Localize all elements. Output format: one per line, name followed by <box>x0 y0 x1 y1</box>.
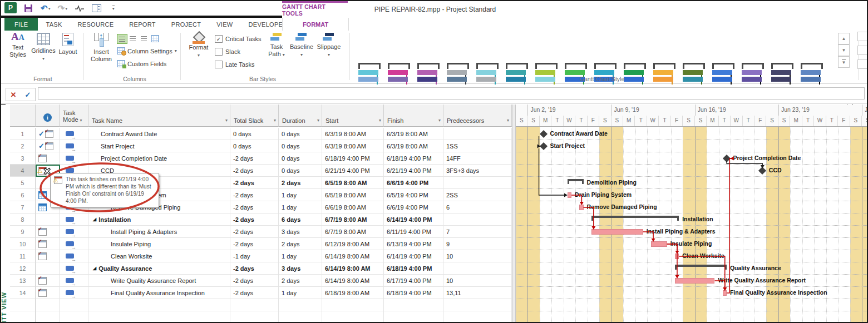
row-number[interactable]: 13 <box>10 275 36 287</box>
tab-task[interactable]: TASK <box>38 18 70 31</box>
row-number[interactable]: 1 <box>10 128 36 140</box>
task-path-button[interactable]: Task Path ▾ <box>265 33 288 58</box>
row-number[interactable]: 12 <box>10 262 36 275</box>
task-mode-cell[interactable] <box>60 238 88 250</box>
task-name-cell[interactable]: Start Project <box>88 140 230 152</box>
start-cell[interactable]: 6/14/19 8:00 AM <box>322 275 384 287</box>
format-bar-button[interactable]: Format▾ <box>186 33 211 59</box>
info-cell[interactable] <box>36 262 60 275</box>
slack-checkbox[interactable]: Slack <box>215 48 240 56</box>
task-mode-cell[interactable] <box>60 262 88 275</box>
entry-bar-input[interactable] <box>38 87 865 100</box>
slack-cell[interactable]: -2 days <box>230 226 279 238</box>
task-name-cell[interactable]: Contract Award Date <box>88 128 230 140</box>
customize-qat-button[interactable]: ▾ <box>107 2 120 14</box>
align-right-button[interactable] <box>139 34 149 43</box>
duration-cell[interactable]: 1 day <box>279 287 322 299</box>
finish-cell[interactable]: 6/18/19 4:00 PM <box>384 287 443 299</box>
tab-project[interactable]: PROJECT <box>164 18 209 31</box>
slack-cell[interactable]: -2 days <box>230 275 279 287</box>
start-cell[interactable]: 6/5/19 8:00 AM <box>322 177 384 189</box>
slack-cell[interactable]: -2 days <box>230 189 279 201</box>
column-header-info[interactable]: i <box>36 105 60 127</box>
critical-tasks-checkbox[interactable]: ✓ Critical Tasks <box>215 35 262 43</box>
cancel-entry-button[interactable]: ✕ <box>11 91 17 99</box>
filter-arrow-icon[interactable]: ▾ <box>379 118 381 123</box>
row-number[interactable]: 3 <box>10 152 36 165</box>
slack-cell[interactable]: -2 days <box>230 152 279 165</box>
finish-cell[interactable]: 6/6/19 4:00 PM <box>384 177 443 189</box>
custom-fields-button[interactable]: Custom Fields <box>117 60 166 67</box>
tab-report[interactable]: REPORT <box>121 18 163 31</box>
collapse-triangle-icon[interactable]: ◢ <box>93 266 96 271</box>
project-app-icon[interactable]: P <box>4 2 17 13</box>
task-mode-cell[interactable] <box>60 275 88 287</box>
start-cell[interactable]: 6/6/19 8:00 AM <box>322 201 384 213</box>
task-name-cell[interactable]: Clean Worksite <box>88 250 230 262</box>
start-cell[interactable]: 6/21/19 4:00 PM <box>322 165 384 177</box>
info-cell[interactable] <box>36 213 60 226</box>
column-settings-button[interactable]: Column Settings▾ <box>117 47 177 54</box>
pred-cell[interactable]: 13,11 <box>443 287 512 299</box>
start-cell[interactable]: 6/18/19 8:00 AM <box>322 287 384 299</box>
info-cell[interactable] <box>36 250 60 262</box>
slack-cell[interactable]: -2 days <box>230 287 279 299</box>
column-header-finish[interactable]: Finish▾ <box>384 105 443 127</box>
pred-cell[interactable] <box>443 213 512 226</box>
task-mode-cell[interactable] <box>60 250 88 262</box>
task-name-cell[interactable]: ◢Installation <box>88 213 230 226</box>
task-name-cell[interactable]: ◢Quality Assurance <box>88 262 230 275</box>
slack-cell[interactable]: -2 days <box>230 262 279 275</box>
redo-button[interactable]: ↷▾ <box>56 2 69 14</box>
task-name-cell[interactable]: Install Piping & Adapters <box>88 226 230 238</box>
duration-cell[interactable]: 0 days <box>279 165 322 177</box>
touch-mode-button[interactable] <box>73 2 86 14</box>
slack-cell[interactable]: 0 days <box>230 140 279 152</box>
row-number[interactable]: 10 <box>10 238 36 250</box>
finish-cell[interactable]: 6/11/19 4:00 PM <box>384 226 443 238</box>
undo-button[interactable]: ↶▾ <box>39 2 52 14</box>
finish-cell[interactable]: 6/3/19 8:00 AM <box>384 140 443 152</box>
finish-cell[interactable]: 6/21/19 4:00 PM <box>384 165 443 177</box>
pred-cell[interactable]: 7 <box>443 226 512 238</box>
tab-format-active[interactable]: FORMAT <box>282 18 349 31</box>
info-cell[interactable] <box>36 226 60 238</box>
filter-arrow-icon[interactable]: ▾ <box>274 118 276 123</box>
slack-cell[interactable]: -2 days <box>230 238 279 250</box>
column-header-mode[interactable]: TaskMode ▾ <box>60 105 88 127</box>
pred-cell[interactable]: 2SS <box>443 189 512 201</box>
duration-cell[interactable]: 0 days <box>279 140 322 152</box>
accept-entry-button[interactable]: ✓ <box>25 91 31 99</box>
collapse-triangle-icon[interactable]: ◢ <box>93 217 96 222</box>
info-cell[interactable]: ✓ <box>36 128 60 140</box>
filter-arrow-icon[interactable]: ▾ <box>317 118 319 123</box>
slack-cell[interactable]: 0 days <box>230 128 279 140</box>
row-number[interactable]: 14 <box>10 287 36 299</box>
task-mode-cell[interactable] <box>60 226 88 238</box>
finish-cell[interactable]: 6/5/19 4:00 PM <box>384 189 443 201</box>
tab-view[interactable]: VIEW <box>209 18 240 31</box>
task-name-cell[interactable]: Final Quality Assurance Inspection <box>88 287 230 299</box>
finish-cell[interactable]: 6/14/19 4:00 PM <box>384 250 443 262</box>
start-cell[interactable]: 6/14/19 8:00 AM <box>322 262 384 275</box>
task-mode-cell[interactable] <box>60 152 88 165</box>
pred-cell[interactable]: 6 <box>443 201 512 213</box>
column-header-start[interactable]: Start▾ <box>322 105 384 127</box>
pred-cell[interactable] <box>443 128 512 140</box>
start-cell[interactable]: 6/3/19 8:00 AM <box>322 140 384 152</box>
finish-cell[interactable]: 6/18/19 4:00 PM <box>384 262 443 275</box>
text-styles-button[interactable]: AA Text Styles <box>7 33 29 58</box>
duration-cell[interactable]: 1 day <box>279 250 322 262</box>
filter-arrow-icon[interactable]: ▾ <box>507 118 509 123</box>
finish-cell[interactable]: 6/17/19 4:00 PM <box>384 275 443 287</box>
column-header-name[interactable]: Task Name▾ <box>88 105 230 127</box>
pred-cell[interactable]: 10 <box>443 275 512 287</box>
insert-column-button[interactable]: ↑ Insert Column <box>89 33 114 63</box>
slack-cell[interactable]: -1 day <box>230 250 279 262</box>
column-header-pred[interactable]: Predecessors▾ <box>443 105 512 127</box>
duration-cell[interactable]: 1 day <box>279 189 322 201</box>
row-number[interactable]: 11 <box>10 250 36 262</box>
duration-cell[interactable]: 0 days <box>279 152 322 165</box>
save-button[interactable] <box>22 2 35 14</box>
duration-cell[interactable]: 3 days <box>279 226 322 238</box>
